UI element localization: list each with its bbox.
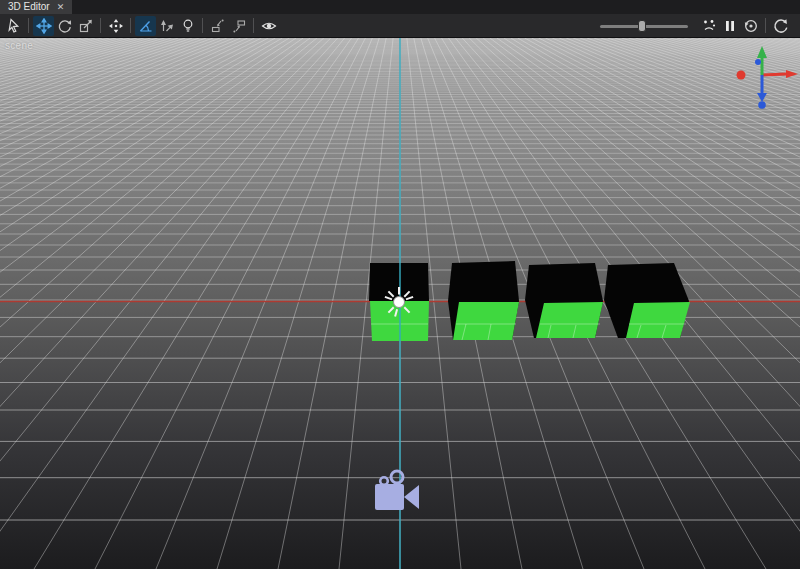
toolbar-separator [202,18,203,33]
axis-neg-x-ball [737,71,746,80]
tool-pause-button[interactable] [719,16,740,36]
toolbar-separator [253,18,254,33]
tab-bar: 3D Editor ✕ [0,0,800,14]
rotate-circle-icon [57,18,73,34]
particle-dots-icon [701,18,717,34]
toolbar-separator [28,18,29,33]
tool-visibility-button[interactable] [258,16,279,36]
toolbar-separator [765,18,766,33]
scene-label: scene [5,40,33,51]
reset-arrow-icon [773,18,789,34]
3d-editor-window: 3D Editor ✕ scene [0,0,800,569]
speed-slider[interactable] [600,19,688,33]
tool-particles-button[interactable] [698,16,719,36]
tool-move-button[interactable] [33,16,54,36]
tool-angle-snap-button[interactable] [135,16,156,36]
angle-arc-icon [138,18,154,34]
toolbar-left-group [3,16,279,36]
tool-scale-button[interactable] [75,16,96,36]
cube-2[interactable] [448,261,519,340]
history-clock-icon [743,18,759,34]
branch-arrows-icon [159,18,175,34]
tool-reset-view-button[interactable] [770,16,791,36]
axis-neg-y-ball [758,101,766,109]
scene-canvas[interactable] [0,38,800,569]
toolbar-separator [100,18,101,33]
expand-arrows-icon [108,18,124,34]
tab-3d-editor[interactable]: 3D Editor ✕ [0,0,72,14]
tool-rotate-button[interactable] [54,16,75,36]
toolbar [0,14,800,38]
tool-history-button[interactable] [740,16,761,36]
3d-viewport[interactable]: scene [0,38,800,569]
toolbar-right-group [596,16,797,36]
eye-icon [261,18,277,34]
toolbar-right-buttons [698,16,794,36]
pause-bars-icon [722,18,738,34]
tool-free-transform-button[interactable] [105,16,126,36]
tool-align-object-button[interactable] [207,16,228,36]
light-bulb-icon [180,18,196,34]
tool-light-tool-button[interactable] [177,16,198,36]
toolbar-separator [130,18,131,33]
move-arrows-icon [36,18,52,34]
tab-close-icon[interactable]: ✕ [57,0,65,14]
snap-view-icon [231,18,247,34]
slider-handle[interactable] [638,20,646,32]
scale-box-icon [78,18,94,34]
tool-spread-button[interactable] [156,16,177,36]
tab-label: 3D Editor [8,0,50,14]
cube-3[interactable] [525,263,603,338]
tool-select-button[interactable] [3,16,24,36]
tool-align-view-button[interactable] [228,16,249,36]
cursor-arrow-icon [6,18,22,34]
cube-4[interactable] [604,263,690,338]
axis-z-ball [755,59,761,65]
snap-object-icon [210,18,226,34]
